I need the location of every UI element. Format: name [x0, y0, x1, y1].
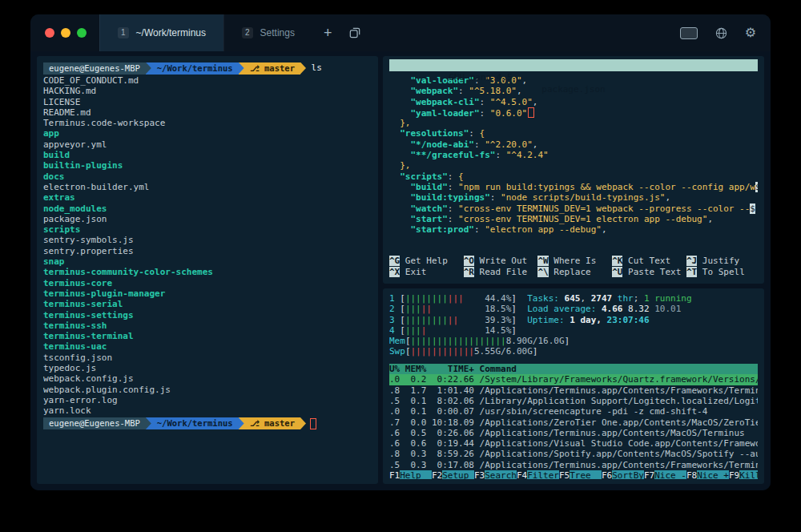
nano-shortcut-ctrl-U[interactable]: ^U Paste Text: [612, 267, 686, 277]
cpu-meter: 4 [|||| 14.5%]: [389, 325, 758, 336]
app-window: 1 ~/Work/terminus 2 Settings + ⚙: [30, 14, 771, 490]
nano-shortcut-ctrl-W[interactable]: ^W Where Is: [537, 256, 612, 266]
close-button[interactable]: [45, 28, 54, 38]
nano-line: "scripts": {: [389, 171, 758, 182]
fkey-f4[interactable]: F4Filter: [517, 470, 559, 479]
htop-pane[interactable]: 1 [||||||||||| 44.4%] Tasks: 645, 2747 t…: [383, 288, 764, 484]
fkey-number: F3: [474, 470, 485, 479]
fkey-label: Help: [400, 470, 432, 479]
terminal-pane[interactable]: eugene@Eugenes-MBP~/Work/terminus⎇ maste…: [37, 56, 378, 484]
file-entry: Terminus.code-workspace: [43, 118, 372, 128]
fkey-number: F8: [686, 470, 697, 479]
directory-name: terminus-serial: [43, 299, 123, 309]
fkey-f7[interactable]: F7Nice -: [644, 470, 686, 479]
process-row[interactable]: .5 0.1 8:02.06 /Library/Application Supp…: [389, 396, 758, 406]
process-row[interactable]: .8 1.7 1:01.40 /Applications/Terminus.ap…: [389, 385, 758, 396]
nano-shortcut-ctrl-O[interactable]: ^O Write Out: [464, 256, 538, 266]
nano-line: "build:typings": "node scripts/build-typ…: [389, 192, 758, 203]
nano-filename: package.json: [541, 83, 605, 95]
file-entry: build: [43, 150, 372, 160]
nano-line: "*/node-abi": "^2.20.0",: [389, 139, 758, 150]
directory-name: terminus-core: [43, 278, 112, 288]
directory-name: builtin-plugins: [43, 160, 123, 171]
shortcut-label: Justify: [697, 256, 758, 266]
file-entry: terminus-settings: [43, 310, 372, 320]
swap-label: Swp: [389, 346, 405, 357]
file-entry: webpack.plugin.config.js: [43, 385, 372, 395]
file-entry: sentry-symbols.js: [43, 235, 372, 245]
file-entry: HACKING.md: [43, 86, 372, 96]
directory-name: terminus-uac: [43, 341, 107, 352]
directory-name: terminus-plugin-manager: [43, 288, 165, 299]
file-entry: extras: [43, 192, 372, 203]
nano-shortcut-ctrl-J[interactable]: ^J Justify: [686, 256, 758, 266]
docked-terminal-icon[interactable]: [680, 27, 698, 39]
file-entry: yarn.lock: [43, 405, 372, 416]
fkey-f3[interactable]: F3Search: [474, 470, 517, 479]
titlebar-right-icons: ⚙: [680, 14, 771, 51]
fkey-label: Nice +: [697, 470, 729, 479]
file-entry: yarn-error.log: [43, 395, 372, 405]
directory-name: docs: [43, 171, 65, 182]
nano-pane[interactable]: GNU nano 4.5 package.json "val-loader": …: [383, 56, 764, 284]
process-row[interactable]: .7 0.0 10:18.09 /Applications/ZeroTier O…: [389, 417, 758, 428]
process-row[interactable]: .5 0.3 0:17.08 /Applications/Terminus.ap…: [389, 460, 758, 470]
fkey-f6[interactable]: F6SortBy: [602, 470, 644, 479]
process-row[interactable]: .0 0.2 0:22.66 /System/Library/Framework…: [389, 374, 758, 385]
nano-titlebar: GNU nano 4.5 package.json: [389, 59, 758, 71]
process-table-header: U% MEM% TIME+ Command: [389, 364, 758, 374]
minimize-button[interactable]: [61, 28, 70, 38]
nano-shortcut-ctrl-R[interactable]: ^R Read File: [464, 267, 538, 277]
terminal-cursor: [310, 418, 316, 429]
shortcut-key: ^R: [464, 267, 474, 277]
file-entry: node_modules: [43, 204, 372, 214]
fkey-number: F4: [517, 470, 527, 479]
file-entry: terminus-plugin-manager: [43, 288, 372, 299]
new-tab-button[interactable]: +: [312, 14, 344, 51]
nano-shortcut-ctrl-G[interactable]: ^G Get Help: [389, 256, 464, 266]
shortcut-label: Write Out: [474, 256, 537, 266]
fkey-f5[interactable]: F5Tree: [559, 470, 602, 479]
fkey-f1[interactable]: F1Help: [389, 470, 432, 479]
shortcut-key: ^K: [612, 256, 622, 266]
directory-name: terminus-terminal: [43, 331, 134, 341]
file-entry: terminus-serial: [43, 299, 372, 309]
tab-title: ~/Work/terminus: [136, 27, 206, 38]
fkey-f2[interactable]: F2Setup: [432, 470, 474, 479]
shortcut-key: ^W: [537, 256, 548, 266]
settings-gear-icon[interactable]: ⚙: [745, 26, 756, 39]
nano-shortcut-ctrl-X[interactable]: ^X Exit: [389, 267, 464, 277]
nano-shortcut-row: ^G Get Help ^O Write Out ^W Where Is ^K …: [389, 256, 758, 266]
file-name: webpack.config.js: [43, 373, 134, 384]
titlebar: 1 ~/Work/terminus 2 Settings + ⚙: [30, 14, 771, 51]
process-row[interactable]: .6 0.5 0:26.06 /Applications/Terminus.ap…: [389, 428, 758, 438]
fkey-f9[interactable]: F9Kill: [729, 470, 758, 479]
shortcut-key: ^J: [686, 256, 697, 266]
tab-settings[interactable]: 2 Settings: [223, 14, 312, 51]
process-row[interactable]: .6 0.6 0:19.44 /Applications/Visual Stud…: [389, 438, 758, 449]
powerline-arrow-icon: [300, 62, 306, 75]
file-entry: tsconfig.json: [43, 353, 372, 363]
nano-shortcut-ctrl-T[interactable]: ^T To Spell: [686, 267, 758, 277]
maximize-button[interactable]: [77, 28, 87, 38]
nano-version: GNU nano 4.5: [449, 72, 512, 83]
nano-shortcut-ctrl-K[interactable]: ^K Cut Text: [612, 256, 686, 266]
tab-title: Settings: [260, 27, 295, 38]
prompt-user-host: eugene@Eugenes-MBP: [43, 417, 146, 429]
fkey-f8[interactable]: F8Nice +: [686, 470, 729, 479]
fkey-label: Tree: [570, 470, 602, 479]
fkey-number: F5: [559, 470, 570, 479]
process-row[interactable]: .8 0.3 8:59.26 /Applications/Spotify.app…: [389, 449, 758, 459]
tab-work-terminus[interactable]: 1 ~/Work/terminus: [99, 14, 223, 51]
nano-shortcut-ctrl-bslash[interactable]: ^\ Replace: [537, 267, 612, 277]
process-row[interactable]: .0 0.1 0:00.07 /usr/sbin/screencapture -…: [389, 406, 758, 417]
cpu-meter: 3 [|||||||||| 39.3%] Uptime: 1 day, 23:0…: [389, 315, 758, 325]
swap-meter: Swp[||||||||||||5.55G/6.00G]: [389, 346, 758, 357]
directory-name: terminus-ssh: [43, 320, 107, 331]
globe-icon[interactable]: [709, 27, 734, 39]
git-branch-icon: ⎇: [250, 63, 264, 73]
duplicate-tab-icon[interactable]: [343, 14, 367, 51]
fkey-number: F2: [432, 470, 442, 479]
spacer: [389, 357, 758, 364]
htop-meters: 1 [||||||||||| 44.4%] Tasks: 645, 2747 t…: [389, 293, 758, 357]
